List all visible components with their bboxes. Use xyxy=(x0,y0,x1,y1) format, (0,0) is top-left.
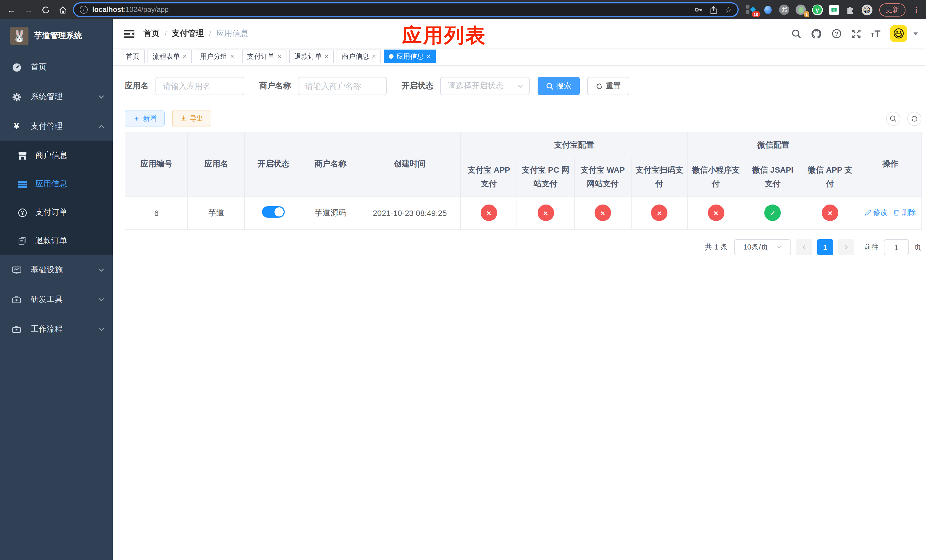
tag-app-info[interactable]: 应用信息× xyxy=(384,50,436,63)
export-button[interactable]: 导出 xyxy=(172,110,211,127)
site-info-icon[interactable]: i xyxy=(80,6,88,14)
extension-emoji-icon[interactable]: 😃 xyxy=(861,4,873,15)
breadcrumb-payment[interactable]: 支付管理 xyxy=(172,29,204,39)
table-row: 6 芋道 芋道源码 2021-10-23 08:49:25 × × × × × … xyxy=(125,196,922,229)
tag-pay-order[interactable]: 支付订单× xyxy=(242,50,286,63)
github-icon[interactable] xyxy=(811,28,822,39)
refresh-icon xyxy=(911,115,918,122)
help-icon[interactable]: ? xyxy=(831,29,842,39)
close-icon[interactable]: × xyxy=(277,53,281,60)
tag-home[interactable]: 首页 xyxy=(121,50,145,63)
status-toggle[interactable] xyxy=(262,206,285,218)
extension-command-icon[interactable]: ⌘ xyxy=(779,4,790,15)
delete-link[interactable]: 删除 xyxy=(893,208,916,218)
download-icon xyxy=(180,115,187,122)
address-bar[interactable]: i localhost:1024/pay/app ☆ xyxy=(73,2,738,17)
close-icon[interactable]: × xyxy=(372,53,376,60)
extension-puzzle-icon[interactable] xyxy=(844,4,856,15)
password-key-icon[interactable] xyxy=(694,5,703,14)
close-icon[interactable]: × xyxy=(183,53,187,60)
total-count: 共 1 条 xyxy=(705,242,728,252)
trash-icon xyxy=(893,209,900,216)
close-icon[interactable]: × xyxy=(325,53,328,60)
col-wechat-jsapi: 微信 JSAPI 支付 xyxy=(744,158,801,196)
sidebar-item-infrastructure[interactable]: 基础设施 xyxy=(0,255,113,285)
browser-forward-button[interactable]: → xyxy=(22,3,35,17)
page-number-1[interactable]: 1 xyxy=(817,239,833,255)
tag-merchant-info[interactable]: 商户信息× xyxy=(337,50,381,63)
extension-raindrop-icon[interactable]: ◆ 10 xyxy=(746,4,757,15)
browser-reload-button[interactable] xyxy=(39,3,52,17)
app-name-input[interactable] xyxy=(156,77,244,95)
wechat-app-status-icon: × xyxy=(822,204,838,221)
font-size-icon[interactable]: TT xyxy=(871,29,881,38)
tags-view: 首页 流程表单× 用户分组× 支付订单× 退款订单× 商户信息× 应用信息× xyxy=(113,48,926,65)
share-icon[interactable] xyxy=(710,5,718,14)
col-group-alipay: 支付宝配置 xyxy=(460,132,688,158)
sidebar-item-payment[interactable]: ¥ 支付管理 xyxy=(0,112,113,141)
close-icon[interactable]: × xyxy=(427,53,431,60)
sidebar-item-merchant-info[interactable]: 商户信息 xyxy=(0,141,113,170)
merchant-name-input[interactable] xyxy=(298,77,387,95)
breadcrumb-home[interactable]: 首页 xyxy=(144,29,159,39)
search-icon xyxy=(546,82,554,90)
toggle-search-button[interactable] xyxy=(886,111,900,126)
extension-recorder-icon[interactable]: 1 xyxy=(795,4,806,15)
sidebar-item-system[interactable]: 系统管理 xyxy=(0,82,113,112)
bookmark-star-icon[interactable]: ☆ xyxy=(725,5,732,14)
page-content: 应用名 商户名称 开启状态 请选择开启状态 搜索 重置 xyxy=(113,65,926,560)
tag-user-group[interactable]: 用户分组× xyxy=(195,50,239,63)
tag-process-form[interactable]: 流程表单× xyxy=(147,50,192,63)
sidebar-item-pay-order[interactable]: ¥ 支付订单 xyxy=(0,198,113,227)
browser-menu-icon[interactable]: ⋮ xyxy=(912,5,920,14)
monitor-chart-icon xyxy=(11,265,22,275)
sidebar-item-refund-order[interactable]: 退款订单 xyxy=(0,227,113,255)
browser-update-button[interactable]: 更新 xyxy=(879,3,905,16)
tag-refund-order[interactable]: 退款订单× xyxy=(289,50,334,63)
status-select[interactable]: 请选择开启状态 xyxy=(440,77,530,95)
col-actions: 操作 xyxy=(859,132,922,196)
svg-text:¥: ¥ xyxy=(21,210,24,216)
edit-link[interactable]: 修改 xyxy=(865,208,888,218)
search-icon xyxy=(890,115,897,122)
add-button[interactable]: ＋ 新增 xyxy=(125,110,165,127)
search-button[interactable]: 搜索 xyxy=(538,77,580,95)
app-name-label: 应用名 xyxy=(125,81,149,91)
goto-label: 前往 xyxy=(864,242,879,252)
browser-toolbar: ← → i localhost:1024/pay/app ☆ xyxy=(0,0,926,20)
extension-area: ◆ 10 ⌘ 1 y xyxy=(746,4,873,15)
reset-button[interactable]: 重置 xyxy=(587,77,629,95)
extension-balloon-icon[interactable] xyxy=(762,4,773,15)
extension-yuque-icon[interactable]: y xyxy=(811,4,823,15)
sidebar-item-workflow[interactable]: 工作流程 xyxy=(0,315,113,344)
browser-home-button[interactable] xyxy=(56,3,70,17)
goto-page-input[interactable] xyxy=(884,239,909,255)
refresh-table-button[interactable] xyxy=(907,111,921,126)
header-search-icon[interactable] xyxy=(791,29,801,38)
next-page-button[interactable] xyxy=(838,239,854,255)
close-icon[interactable]: × xyxy=(230,53,234,60)
status-label: 开启状态 xyxy=(401,81,433,91)
user-avatar[interactable]: 😃 xyxy=(890,25,907,42)
prev-page-button[interactable] xyxy=(796,239,812,255)
page-suffix: 页 xyxy=(914,242,921,252)
breadcrumb-current: 应用信息 xyxy=(216,29,248,39)
refresh-icon xyxy=(596,82,603,90)
shop-icon xyxy=(17,151,27,160)
wechat-mini-status-icon: × xyxy=(708,204,724,221)
collapse-sidebar-icon[interactable] xyxy=(121,29,138,38)
sidebar-item-dev-tools[interactable]: 研发工具 xyxy=(0,285,113,315)
alipay-qr-status-icon: × xyxy=(651,204,668,221)
yen-icon: ¥ xyxy=(11,121,22,132)
avatar-caret-icon[interactable] xyxy=(914,32,918,35)
col-created: 创建时间 xyxy=(359,132,461,196)
sidebar: 🐰 芋道管理系统 首页 系统管理 xyxy=(0,20,113,560)
sidebar-item-home[interactable]: 首页 xyxy=(0,52,113,82)
fullscreen-icon[interactable] xyxy=(851,29,861,38)
extension-chat-icon[interactable] xyxy=(828,4,840,15)
wechat-jsapi-status-icon: ✓ xyxy=(764,204,781,221)
browser-back-button[interactable]: ← xyxy=(5,3,18,17)
briefcase-icon xyxy=(11,325,22,334)
sidebar-item-app-info[interactable]: 应用信息 xyxy=(0,170,113,198)
page-size-select[interactable]: 10条/页 xyxy=(734,239,791,255)
